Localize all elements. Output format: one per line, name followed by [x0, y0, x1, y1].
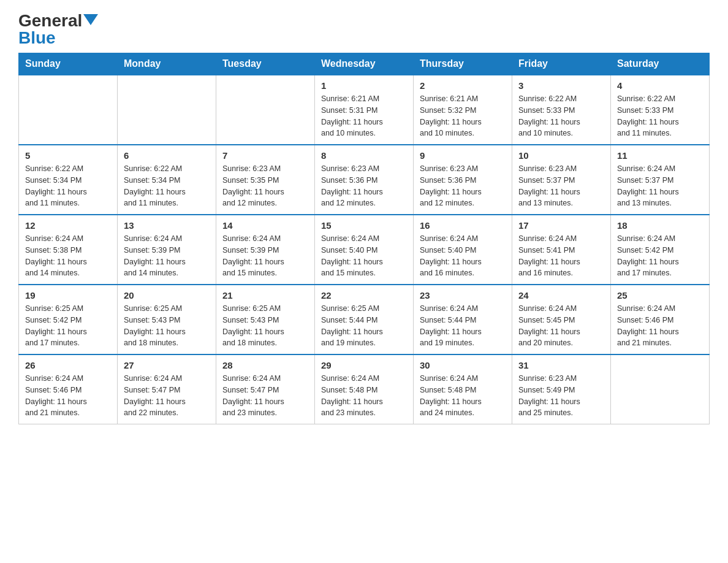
- calendar-cell-w2-d7: 11Sunrise: 6:24 AM Sunset: 5:37 PM Dayli…: [611, 145, 710, 215]
- day-info: Sunrise: 6:25 AM Sunset: 5:43 PM Dayligh…: [222, 303, 308, 349]
- day-number: 19: [25, 290, 111, 301]
- calendar-cell-w2-d3: 7Sunrise: 6:23 AM Sunset: 5:35 PM Daylig…: [216, 145, 315, 215]
- calendar-cell-w5-d7: [611, 354, 710, 424]
- day-number: 17: [518, 220, 604, 231]
- calendar-cell-w1-d5: 2Sunrise: 6:21 AM Sunset: 5:32 PM Daylig…: [414, 75, 512, 145]
- day-info: Sunrise: 6:24 AM Sunset: 5:38 PM Dayligh…: [25, 233, 111, 279]
- day-number: 20: [124, 290, 210, 301]
- day-info: Sunrise: 6:24 AM Sunset: 5:40 PM Dayligh…: [321, 233, 407, 279]
- day-number: 31: [518, 360, 604, 370]
- calendar-cell-w5-d1: 26Sunrise: 6:24 AM Sunset: 5:46 PM Dayli…: [19, 354, 118, 424]
- day-info: Sunrise: 6:25 AM Sunset: 5:44 PM Dayligh…: [321, 303, 407, 349]
- header-saturday: Saturday: [611, 53, 710, 75]
- calendar-cell-w3-d2: 13Sunrise: 6:24 AM Sunset: 5:39 PM Dayli…: [118, 215, 216, 285]
- calendar-cell-w4-d3: 21Sunrise: 6:25 AM Sunset: 5:43 PM Dayli…: [216, 285, 315, 354]
- day-number: 1: [321, 80, 407, 91]
- calendar-cell-w1-d7: 4Sunrise: 6:22 AM Sunset: 5:33 PM Daylig…: [611, 75, 710, 145]
- calendar-week-4: 19Sunrise: 6:25 AM Sunset: 5:42 PM Dayli…: [19, 285, 710, 354]
- day-number: 12: [25, 220, 111, 231]
- logo-triangle-icon: [83, 14, 98, 25]
- calendar-cell-w4-d1: 19Sunrise: 6:25 AM Sunset: 5:42 PM Dayli…: [19, 285, 118, 354]
- day-info: Sunrise: 6:22 AM Sunset: 5:34 PM Dayligh…: [124, 163, 210, 209]
- day-number: 4: [617, 80, 703, 91]
- calendar-cell-w5-d5: 30Sunrise: 6:24 AM Sunset: 5:48 PM Dayli…: [414, 354, 512, 424]
- day-info: Sunrise: 6:24 AM Sunset: 5:39 PM Dayligh…: [222, 233, 308, 279]
- day-info: Sunrise: 6:23 AM Sunset: 5:35 PM Dayligh…: [222, 163, 308, 209]
- day-info: Sunrise: 6:23 AM Sunset: 5:36 PM Dayligh…: [321, 163, 407, 209]
- calendar-cell-w1-d6: 3Sunrise: 6:22 AM Sunset: 5:33 PM Daylig…: [512, 75, 611, 145]
- day-info: Sunrise: 6:24 AM Sunset: 5:41 PM Dayligh…: [518, 233, 604, 279]
- calendar-cell-w1-d3: [216, 75, 315, 145]
- day-info: Sunrise: 6:24 AM Sunset: 5:44 PM Dayligh…: [420, 303, 506, 349]
- header-wednesday: Wednesday: [315, 53, 414, 75]
- day-number: 26: [25, 360, 111, 370]
- day-info: Sunrise: 6:24 AM Sunset: 5:46 PM Dayligh…: [617, 303, 703, 349]
- day-number: 28: [222, 360, 308, 370]
- day-info: Sunrise: 6:22 AM Sunset: 5:33 PM Dayligh…: [518, 93, 604, 139]
- page-header: General Blue: [18, 12, 710, 47]
- day-info: Sunrise: 6:21 AM Sunset: 5:31 PM Dayligh…: [321, 93, 407, 139]
- day-number: 22: [321, 290, 407, 301]
- calendar-cell-w1-d1: [19, 75, 118, 145]
- calendar-cell-w2-d5: 9Sunrise: 6:23 AM Sunset: 5:36 PM Daylig…: [414, 145, 512, 215]
- day-number: 13: [124, 220, 210, 231]
- day-number: 9: [420, 150, 506, 161]
- day-number: 2: [420, 80, 506, 91]
- calendar-cell-w4-d4: 22Sunrise: 6:25 AM Sunset: 5:44 PM Dayli…: [315, 285, 414, 354]
- header-monday: Monday: [118, 53, 216, 75]
- day-number: 18: [617, 220, 703, 231]
- day-info: Sunrise: 6:24 AM Sunset: 5:48 PM Dayligh…: [420, 373, 506, 419]
- day-number: 11: [617, 150, 703, 161]
- calendar-cell-w3-d1: 12Sunrise: 6:24 AM Sunset: 5:38 PM Dayli…: [19, 215, 118, 285]
- calendar-week-2: 5Sunrise: 6:22 AM Sunset: 5:34 PM Daylig…: [19, 145, 710, 215]
- calendar-cell-w3-d6: 17Sunrise: 6:24 AM Sunset: 5:41 PM Dayli…: [512, 215, 611, 285]
- day-number: 15: [321, 220, 407, 231]
- day-info: Sunrise: 6:24 AM Sunset: 5:45 PM Dayligh…: [518, 303, 604, 349]
- calendar-cell-w2-d2: 6Sunrise: 6:22 AM Sunset: 5:34 PM Daylig…: [118, 145, 216, 215]
- day-info: Sunrise: 6:23 AM Sunset: 5:37 PM Dayligh…: [518, 163, 604, 209]
- day-info: Sunrise: 6:23 AM Sunset: 5:36 PM Dayligh…: [420, 163, 506, 209]
- day-info: Sunrise: 6:22 AM Sunset: 5:34 PM Dayligh…: [25, 163, 111, 209]
- calendar-cell-w2-d6: 10Sunrise: 6:23 AM Sunset: 5:37 PM Dayli…: [512, 145, 611, 215]
- calendar-cell-w2-d1: 5Sunrise: 6:22 AM Sunset: 5:34 PM Daylig…: [19, 145, 118, 215]
- calendar-cell-w4-d5: 23Sunrise: 6:24 AM Sunset: 5:44 PM Dayli…: [414, 285, 512, 354]
- day-info: Sunrise: 6:24 AM Sunset: 5:46 PM Dayligh…: [25, 373, 111, 419]
- day-number: 16: [420, 220, 506, 231]
- day-info: Sunrise: 6:24 AM Sunset: 5:37 PM Dayligh…: [617, 163, 703, 209]
- calendar-header-row: SundayMondayTuesdayWednesdayThursdayFrid…: [19, 53, 710, 75]
- day-number: 29: [321, 360, 407, 370]
- calendar-cell-w5-d4: 29Sunrise: 6:24 AM Sunset: 5:48 PM Dayli…: [315, 354, 414, 424]
- day-number: 8: [321, 150, 407, 161]
- day-info: Sunrise: 6:24 AM Sunset: 5:39 PM Dayligh…: [124, 233, 210, 279]
- header-sunday: Sunday: [19, 53, 118, 75]
- calendar-cell-w4-d2: 20Sunrise: 6:25 AM Sunset: 5:43 PM Dayli…: [118, 285, 216, 354]
- calendar-cell-w3-d4: 15Sunrise: 6:24 AM Sunset: 5:40 PM Dayli…: [315, 215, 414, 285]
- calendar-cell-w5-d3: 28Sunrise: 6:24 AM Sunset: 5:47 PM Dayli…: [216, 354, 315, 424]
- day-info: Sunrise: 6:23 AM Sunset: 5:49 PM Dayligh…: [518, 373, 604, 419]
- calendar-week-5: 26Sunrise: 6:24 AM Sunset: 5:46 PM Dayli…: [19, 354, 710, 424]
- header-tuesday: Tuesday: [216, 53, 315, 75]
- calendar-cell-w4-d6: 24Sunrise: 6:24 AM Sunset: 5:45 PM Dayli…: [512, 285, 611, 354]
- day-info: Sunrise: 6:25 AM Sunset: 5:42 PM Dayligh…: [25, 303, 111, 349]
- day-info: Sunrise: 6:24 AM Sunset: 5:48 PM Dayligh…: [321, 373, 407, 419]
- day-number: 10: [518, 150, 604, 161]
- calendar-cell-w5-d2: 27Sunrise: 6:24 AM Sunset: 5:47 PM Dayli…: [118, 354, 216, 424]
- day-number: 30: [420, 360, 506, 370]
- day-number: 24: [518, 290, 604, 301]
- day-number: 27: [124, 360, 210, 370]
- day-number: 5: [25, 150, 111, 161]
- day-number: 3: [518, 80, 604, 91]
- calendar-cell-w5-d6: 31Sunrise: 6:23 AM Sunset: 5:49 PM Dayli…: [512, 354, 611, 424]
- calendar-table: SundayMondayTuesdayWednesdayThursdayFrid…: [18, 53, 710, 424]
- day-info: Sunrise: 6:24 AM Sunset: 5:42 PM Dayligh…: [617, 233, 703, 279]
- calendar-cell-w1-d4: 1Sunrise: 6:21 AM Sunset: 5:31 PM Daylig…: [315, 75, 414, 145]
- calendar-cell-w3-d7: 18Sunrise: 6:24 AM Sunset: 5:42 PM Dayli…: [611, 215, 710, 285]
- day-info: Sunrise: 6:24 AM Sunset: 5:47 PM Dayligh…: [124, 373, 210, 419]
- day-number: 14: [222, 220, 308, 231]
- day-number: 21: [222, 290, 308, 301]
- calendar-cell-w3-d5: 16Sunrise: 6:24 AM Sunset: 5:40 PM Dayli…: [414, 215, 512, 285]
- day-info: Sunrise: 6:21 AM Sunset: 5:32 PM Dayligh…: [420, 93, 506, 139]
- day-info: Sunrise: 6:24 AM Sunset: 5:47 PM Dayligh…: [222, 373, 308, 419]
- calendar-cell-w3-d3: 14Sunrise: 6:24 AM Sunset: 5:39 PM Dayli…: [216, 215, 315, 285]
- day-number: 25: [617, 290, 703, 301]
